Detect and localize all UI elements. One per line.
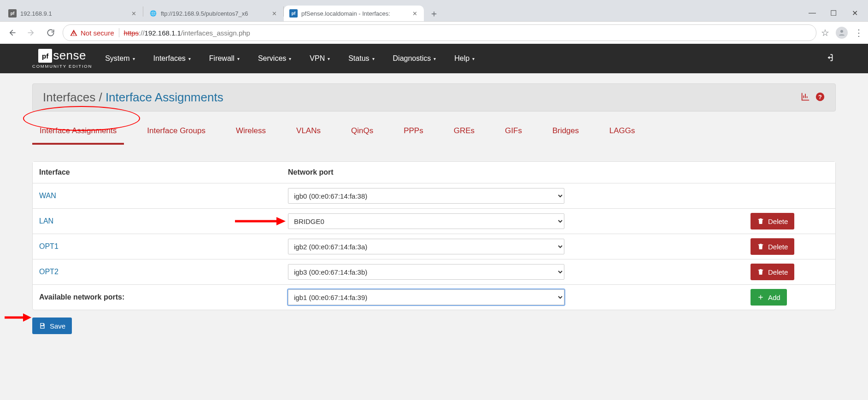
tab-interface-groups[interactable]: Interface Groups	[142, 124, 210, 138]
status-graph-icon[interactable]	[800, 92, 810, 104]
plus-icon	[757, 294, 764, 301]
kebab-menu-icon[interactable]: ⋮	[854, 27, 863, 38]
browser-chrome: pf 192.168.9.1 ✕ 🌐 ftp://192.168.9.5/pub…	[0, 0, 868, 44]
caret-down-icon: ▾	[328, 56, 330, 61]
new-tab-button[interactable]: ＋	[428, 7, 440, 20]
arrow-right-icon	[27, 28, 36, 37]
security-warning[interactable]: Not secure	[70, 29, 114, 37]
address-bar: Not secure https://192.168.1.1/interface…	[0, 21, 868, 44]
caret-down-icon: ▾	[133, 56, 135, 61]
caret-down-icon: ▾	[434, 56, 436, 61]
profile-avatar-icon[interactable]	[836, 27, 848, 39]
interface-link-wan[interactable]: WAN	[39, 192, 56, 200]
window-minimize-button[interactable]: —	[802, 6, 823, 20]
forward-button[interactable]	[24, 25, 39, 40]
tab-qinqs[interactable]: QinQs	[346, 124, 378, 138]
window-close-button[interactable]: ✕	[844, 6, 865, 20]
tab-laggs[interactable]: LAGGs	[605, 124, 640, 138]
browser-tab[interactable]: pf 192.168.9.1 ✕	[3, 6, 143, 21]
col-header-interface: Interface	[39, 168, 288, 176]
url-text: https://192.168.1.1/interfaces_assign.ph…	[124, 29, 250, 37]
nav-item-vpn[interactable]: VPN▾	[310, 54, 330, 63]
port-select-wan[interactable]: igb0 (00:e0:67:14:fa:38)	[288, 188, 564, 204]
globe-icon: 🌐	[149, 9, 157, 18]
close-icon: ✕	[852, 9, 858, 18]
url-scheme: https	[124, 29, 139, 37]
tab-title: ftp://192.168.9.5/pub/centos7_x6	[161, 10, 267, 17]
save-button[interactable]: Save	[32, 318, 72, 334]
nav-item-interfaces[interactable]: Interfaces▾	[153, 54, 191, 63]
logout-button[interactable]	[827, 53, 836, 64]
tab-ppps[interactable]: PPPs	[399, 124, 428, 138]
browser-tab[interactable]: 🌐 ftp://192.168.9.5/pub/centos7_x6 ✕	[143, 6, 283, 21]
pf-favicon-icon: pf	[8, 9, 17, 18]
pf-tabs: Interface Assignments Interface Groups W…	[32, 112, 836, 138]
tab-bridges[interactable]: Bridges	[548, 124, 584, 138]
breadcrumb-section: Interfaces	[43, 90, 95, 104]
page-header: Interfaces / Interface Assignments ?	[32, 83, 836, 112]
close-icon[interactable]: ✕	[411, 10, 418, 17]
nav-item-services[interactable]: Services▾	[258, 54, 291, 63]
delete-button[interactable]: Delete	[751, 238, 794, 255]
caret-down-icon: ▾	[188, 56, 191, 61]
nav-item-system[interactable]: System▾	[105, 54, 135, 63]
port-select-opt2[interactable]: igb3 (00:e0:67:14:fa:3b)	[288, 264, 564, 280]
table-row-available: Available network ports: igb1 (00:e0:67:…	[33, 284, 835, 310]
minimize-icon: —	[809, 9, 816, 17]
port-select-opt1[interactable]: igb2 (00:e0:67:14:fa:3a)	[288, 239, 564, 254]
trash-icon	[757, 243, 764, 250]
port-select-lan[interactable]: BRIDGE0	[288, 213, 564, 229]
back-button[interactable]	[5, 25, 19, 40]
nav-item-firewall[interactable]: Firewall▾	[209, 54, 240, 63]
svg-text:?: ?	[818, 93, 822, 100]
delete-button[interactable]: Delete	[751, 213, 794, 229]
interface-link-opt2[interactable]: OPT2	[39, 268, 59, 276]
page-body: Interfaces / Interface Assignments ? Int…	[0, 73, 868, 400]
breadcrumb-page[interactable]: Interface Assignments	[106, 90, 223, 104]
close-icon[interactable]: ✕	[130, 10, 137, 17]
nav-label: System	[105, 54, 129, 63]
nav-label: Interfaces	[153, 54, 186, 63]
arrow-left-icon	[7, 28, 17, 37]
button-label: Save	[50, 322, 65, 330]
pf-favicon-icon: pf	[289, 9, 298, 18]
button-label: Delete	[768, 218, 788, 225]
nav-item-help[interactable]: Help▾	[454, 54, 475, 63]
delete-button[interactable]: Delete	[751, 264, 794, 280]
window-controls: — ☐ ✕	[802, 6, 865, 20]
nav-item-diagnostics[interactable]: Diagnostics▾	[393, 54, 436, 63]
nav-item-status[interactable]: Status▾	[348, 54, 374, 63]
tab-gifs[interactable]: GIFs	[500, 124, 527, 138]
window-maximize-button[interactable]: ☐	[823, 6, 844, 20]
caret-down-icon: ▾	[289, 56, 291, 61]
logout-icon	[827, 53, 836, 62]
address-field[interactable]: Not secure https://192.168.1.1/interface…	[63, 24, 816, 41]
tab-interface-assignments[interactable]: Interface Assignments	[35, 124, 121, 138]
interface-link-opt1[interactable]: OPT1	[39, 242, 59, 250]
tab-wireless[interactable]: Wireless	[231, 124, 270, 138]
interface-link-lan[interactable]: LAN	[39, 217, 53, 225]
browser-tab-active[interactable]: pf pfSense.localdomain - Interfaces: ✕	[284, 6, 424, 21]
top-nav: pf sense COMMUNITY EDITION System▾ Inter…	[0, 44, 868, 73]
close-icon[interactable]: ✕	[270, 10, 278, 17]
tab-strip: pf 192.168.9.1 ✕ 🌐 ftp://192.168.9.5/pub…	[0, 0, 868, 21]
logo-text: sense	[53, 48, 86, 63]
add-button[interactable]: Add	[751, 289, 787, 306]
caret-down-icon: ▾	[472, 56, 475, 61]
table-header-row: Interface Network port	[33, 162, 835, 183]
nav-label: VPN	[310, 54, 325, 63]
reload-button[interactable]	[43, 25, 58, 40]
nav-label: Status	[348, 54, 369, 63]
tab-gres[interactable]: GREs	[449, 124, 479, 138]
logo-subtitle: COMMUNITY EDITION	[32, 64, 92, 69]
reload-icon	[46, 28, 55, 37]
table-row: LAN BRIDGE0 Delete	[33, 208, 835, 234]
button-label: Delete	[768, 268, 788, 276]
help-icon[interactable]: ?	[815, 92, 825, 104]
tab-vlans[interactable]: VLANs	[292, 124, 325, 138]
caret-down-icon: ▾	[237, 56, 240, 61]
port-select-available[interactable]: igb1 (00:e0:67:14:fa:39)	[288, 289, 564, 305]
pfsense-logo[interactable]: pf sense COMMUNITY EDITION	[32, 48, 92, 69]
caret-down-icon: ▾	[372, 56, 375, 61]
bookmark-star-icon[interactable]: ☆	[821, 27, 829, 38]
